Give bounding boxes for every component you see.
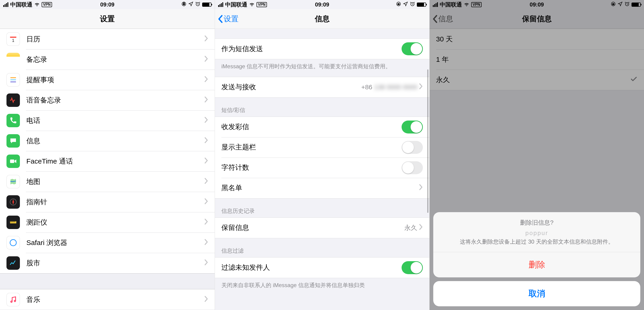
messages-settings-screen: 中国联通 VPN 09:09 设置 信息 作为短信发送 iMessage 信息不…: [215, 0, 429, 310]
settings-row-指南针[interactable]: 指南针: [0, 192, 215, 212]
settings-row-Safari 浏览器[interactable]: Safari 浏览器: [0, 232, 215, 253]
settings-screen: 中国联通 VPN 09:09 设置 1日历备忘录提醒事项语音备忘录电话信息Fac…: [0, 0, 215, 310]
cancel-button[interactable]: 取消: [433, 281, 640, 306]
app-icon: [6, 256, 20, 270]
battery-icon: [417, 2, 426, 7]
char-count-toggle[interactable]: [402, 161, 423, 174]
send-receive-cell[interactable]: 发送与接收 +86 138 0000 0000: [215, 77, 429, 98]
cell-label: 地图: [26, 177, 204, 186]
subject-toggle[interactable]: [402, 141, 423, 154]
scroll-indicator[interactable]: [427, 70, 428, 213]
orientation-lock-icon: [181, 2, 186, 8]
chevron-right-icon: [204, 157, 208, 166]
chevron-right-icon: [204, 76, 208, 84]
cell-label: 发送与接收: [222, 82, 361, 92]
settings-row-语音备忘录[interactable]: 语音备忘录: [0, 90, 215, 110]
svg-rect-5: [10, 78, 16, 78]
signal-icon: [3, 2, 8, 7]
chevron-right-icon: [419, 184, 423, 192]
svg-rect-10: [10, 222, 16, 224]
location-icon: [403, 2, 408, 8]
cell-label: 股市: [26, 258, 204, 268]
settings-row-电话[interactable]: 电话: [0, 110, 215, 131]
settings-row-音乐[interactable]: 音乐: [0, 290, 215, 310]
app-icon: [6, 53, 20, 66]
watermark: poppur: [440, 228, 633, 238]
cell-label: 信息: [26, 136, 204, 146]
chevron-right-icon: [204, 116, 208, 125]
battery-icon: [202, 2, 212, 7]
cell-label: FaceTime 通话: [26, 156, 204, 166]
settings-row-FaceTime 通话[interactable]: FaceTime 通话: [0, 151, 215, 172]
history-section-header: 信息历史记录: [215, 198, 429, 218]
vpn-icon: VPN: [42, 2, 52, 7]
settings-row-测距仪[interactable]: 测距仪: [0, 212, 215, 232]
cell-label: 过滤未知发件人: [222, 263, 402, 272]
app-icon: [6, 216, 20, 229]
status-bar: 中国联通 VPN 09:09: [215, 0, 429, 9]
filter-unknown-cell[interactable]: 过滤未知发件人: [215, 258, 429, 278]
chevron-right-icon: [204, 239, 208, 247]
cell-label: 保留信息: [222, 223, 404, 232]
chevron-right-icon: [204, 137, 208, 145]
group-separator: [0, 274, 215, 289]
cell-label: 字符计数: [222, 163, 402, 172]
cell-label: 提醒事项: [26, 75, 204, 85]
settings-row-地图[interactable]: 地图: [0, 172, 215, 192]
mms-cell[interactable]: 收发彩信: [215, 117, 429, 137]
chevron-right-icon: [204, 198, 208, 206]
keep-messages-cell[interactable]: 保留信息 永久: [215, 218, 429, 238]
filter-unknown-toggle[interactable]: [402, 261, 423, 274]
carrier-label: 中国联通: [10, 1, 32, 8]
nav-header: 设置 信息: [215, 9, 429, 29]
cell-label: 音乐: [26, 295, 204, 304]
svg-rect-6: [10, 80, 16, 80]
send-as-sms-footer: iMessage 信息不可用时作为短信发送。可能要支付运营商短信费用。: [215, 59, 429, 77]
carrier-label: 中国联通: [225, 1, 247, 8]
cell-label: 电话: [26, 116, 204, 126]
app-icon: [6, 293, 20, 306]
delete-button[interactable]: 删除: [433, 252, 640, 278]
chevron-right-icon: [204, 178, 208, 186]
app-icon: [6, 175, 20, 188]
settings-row-备忘录[interactable]: 备忘录: [0, 49, 215, 70]
sms-section-header: 短信/彩信: [215, 98, 429, 116]
redacted-phone: 138 0000 0000: [374, 84, 417, 91]
chevron-right-icon: [204, 259, 208, 267]
send-as-sms-cell[interactable]: 作为短信发送: [215, 39, 429, 59]
char-count-cell[interactable]: 字符计数: [215, 158, 429, 178]
settings-row-股市[interactable]: 股市: [0, 253, 215, 273]
orientation-lock-icon: [396, 2, 401, 8]
chevron-right-icon: [419, 224, 423, 232]
sheet-body: 这将永久删除您设备上超过 30 天的全部文本信息和信息附件。: [460, 238, 614, 245]
settings-row-提醒事项[interactable]: 提醒事项: [0, 70, 215, 90]
vpn-icon: VPN: [256, 2, 267, 7]
cell-label: 指南针: [26, 197, 204, 207]
cell-label: 显示主题栏: [222, 142, 402, 152]
cell-value: 永久: [404, 224, 417, 232]
settings-row-信息[interactable]: 信息: [0, 131, 215, 151]
sheet-title: 删除旧信息?: [440, 218, 633, 227]
location-icon: [188, 2, 194, 8]
page-title: 信息: [215, 14, 429, 24]
chevron-right-icon: [204, 296, 208, 304]
blacklist-cell[interactable]: 黑名单: [215, 178, 429, 198]
svg-rect-14: [398, 4, 399, 5]
status-bar: 中国联通 VPN 09:09: [0, 0, 215, 9]
cell-label: 日历: [26, 34, 204, 44]
app-icon: [6, 114, 20, 127]
app-icon: [6, 73, 20, 86]
settings-row-日历[interactable]: 1日历: [0, 29, 215, 49]
cell-label: 语音备忘录: [26, 96, 204, 105]
subject-cell[interactable]: 显示主题栏: [215, 137, 429, 158]
app-icon: [6, 134, 20, 148]
send-as-sms-toggle[interactable]: [402, 42, 423, 55]
signal-icon: [218, 2, 223, 7]
app-icon: [6, 94, 20, 107]
cell-label: Safari 浏览器: [26, 238, 204, 248]
svg-rect-7: [10, 82, 16, 82]
svg-rect-1: [183, 4, 184, 5]
alarm-icon: [410, 2, 415, 8]
mms-toggle[interactable]: [402, 120, 423, 134]
svg-rect-3: [10, 37, 16, 38]
